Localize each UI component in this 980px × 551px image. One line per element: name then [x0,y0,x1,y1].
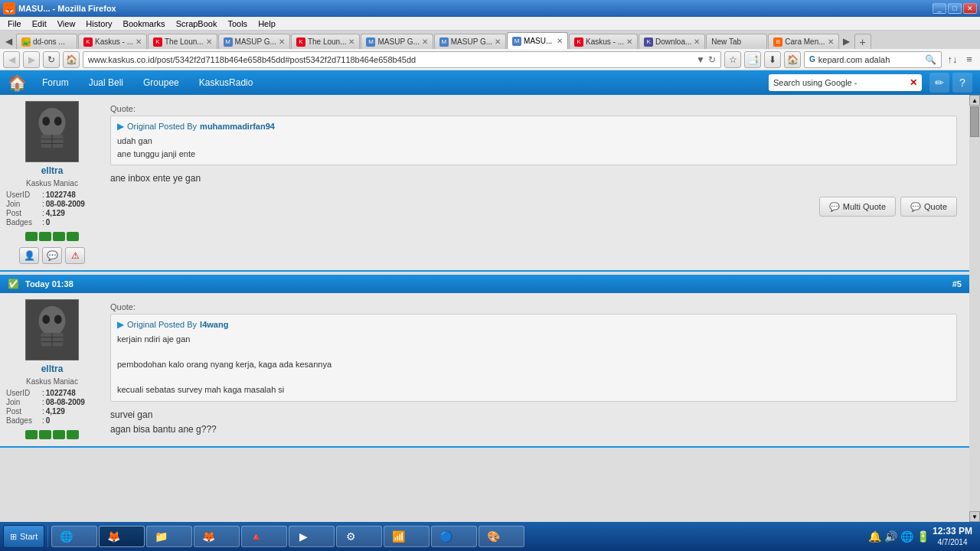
taskbar-app1[interactable]: ⚙ [336,526,382,547]
tab-masup2[interactable]: M MASUP G... ✕ [361,34,433,49]
username-1[interactable]: elltra [41,165,64,176]
tab-kaskus1[interactable]: K Kaskus - ... ✕ [78,34,147,49]
tab-close-cara[interactable]: ✕ [828,37,834,46]
reload-button[interactable]: ↻ [43,51,60,68]
tab-masup1[interactable]: M MASUP G... ✕ [218,34,290,49]
kaskus-nav-radio[interactable]: KaskusRadio [190,73,263,93]
system-clock[interactable]: 12:33 PM 4/7/2014 [933,526,972,548]
scroll-down-button[interactable]: ▼ [969,511,980,522]
kaskus-help-icon[interactable]: ? [952,73,972,93]
user-action-buttons-1: 👤 💬 ⚠ [19,247,85,264]
menu-history[interactable]: History [81,18,116,29]
user-action-warn[interactable]: ⚠ [65,247,85,264]
tab-scroll-right[interactable]: ▶ [840,34,854,49]
menu-edit[interactable]: Edit [28,18,51,29]
tab-close-kaskus1[interactable]: ✕ [136,37,142,46]
address-bar[interactable]: www.kaskus.co.id/post/5342f2d7118b464e65… [83,51,721,68]
tab-close-lounge1[interactable]: ✕ [206,37,212,46]
tray-icon-1[interactable]: 🔔 [868,530,881,543]
address-dropdown-icon[interactable]: ▼ [696,54,705,65]
taskbar-firefox2[interactable]: 🦊 [194,526,240,547]
bookmark-star[interactable]: ☆ [724,51,741,68]
taskbar-firefox[interactable]: 🦊 [99,526,145,547]
chrome-icon: 🌐 [58,529,74,544]
taskbar-explorer[interactable]: 📁 [146,526,192,547]
address-refresh-icon[interactable]: ↻ [708,54,716,65]
user-action-profile[interactable]: 👤 [19,247,39,264]
scroll-thumb[interactable] [970,106,979,137]
kaskus-nav-forum[interactable]: Forum [33,73,78,93]
multi-quote-button[interactable]: 💬 Multi Quote [819,197,896,217]
kaskus-edit-icon[interactable]: ✏ [929,73,949,93]
minimize-button[interactable]: _ [933,3,946,14]
post-content-2: Quote: ▶ Original Posted By l4wang kerja… [104,299,963,440]
kaskus-nav-jualbeli[interactable]: Jual Beli [80,73,132,93]
tab-cara[interactable]: B Cara Men... ✕ [768,34,838,49]
tab-close-kaskus2[interactable]: ✕ [626,37,632,46]
menu-tools[interactable]: Tools [223,18,252,29]
tab-scroll-left[interactable]: ◀ [2,34,15,49]
username-2[interactable]: elltra [41,364,64,374]
quote-button[interactable]: 💬 Quote [900,197,957,217]
back-button[interactable]: ◀ [3,51,20,68]
tab-close-masup1[interactable]: ✕ [279,37,285,46]
nav-icon-2[interactable]: ≡ [962,52,977,67]
tab-masup-active[interactable]: M MASU... ✕ [507,32,568,49]
post-line-2-1: survei gan [110,408,957,422]
quote-poster-2[interactable]: l4wang [200,320,228,329]
tab-close-masup3[interactable]: ✕ [495,37,501,46]
menu-scrapbook[interactable]: ScrapBook [172,18,222,29]
start-button[interactable]: ⊞ Start [3,525,44,548]
tab-favicon-cara: B [773,37,782,47]
user-action-message[interactable]: 💬 [42,247,62,264]
search-bar[interactable]: G kepard.com adalah 🔍 [804,51,942,68]
taskbar-chrome[interactable]: 🌐 [51,526,97,547]
tab-download[interactable]: K Downloa... ✕ [639,34,705,49]
quote-icon: 💬 [910,202,921,212]
tab-lounge2[interactable]: K The Loun... ✕ [291,34,361,49]
taskbar-3g[interactable]: 📶 [384,526,430,547]
scroll-up-button[interactable]: ▲ [969,95,980,106]
tab-lounge1[interactable]: K The Loun... ✕ [148,34,217,49]
new-tab-button[interactable]: + [854,34,871,49]
download-btn[interactable]: ⬇ [764,51,781,68]
tray-icon-battery[interactable]: 🔋 [916,530,929,543]
forward-button[interactable]: ▶ [23,51,40,68]
menu-file[interactable]: File [3,18,26,29]
kaskus-toolbar: 🏠 Forum Jual Beli Groupee KaskusRadio ✕ … [0,70,980,95]
quote-label-1: Quote: [110,104,957,113]
nav-home-icon[interactable]: 🏠 [784,51,801,68]
taskbar-paint[interactable]: 🎨 [479,526,524,547]
badge-2-2 [39,430,51,439]
close-button[interactable]: ✕ [963,3,977,14]
tab-masup3[interactable]: M MASUP G... ✕ [434,34,506,49]
taskbar-wmp[interactable]: ▶ [289,526,335,547]
quote-poster-1[interactable]: muhammadirfan94 [200,122,275,131]
kaskus-search-close-icon[interactable]: ✕ [910,77,917,88]
taskbar-vlc[interactable]: 🔺 [241,526,287,547]
kaskus-home-logo[interactable]: 🏠 [8,73,27,92]
tab-kaskus2[interactable]: K Kaskus - ... ✕ [569,34,638,49]
tray-icon-3[interactable]: 🌐 [900,530,913,543]
taskbar-ie[interactable]: 🔵 [431,526,477,547]
kaskus-search-bar[interactable]: ✕ [769,74,922,91]
bookmark-manage[interactable]: 📑 [744,51,761,68]
search-submit-icon[interactable]: 🔍 [925,54,936,65]
menu-help[interactable]: Help [253,18,280,29]
home-button[interactable]: 🏠 [63,51,80,68]
maximize-button[interactable]: □ [948,3,962,14]
post-num-2: #5 [952,279,962,289]
tray-icon-2[interactable]: 🔊 [884,530,897,543]
menu-view[interactable]: View [53,18,80,29]
tab-close-masup2[interactable]: ✕ [422,37,428,46]
user-info-badges: Badges : 0 [6,218,98,227]
kaskus-nav-groupee[interactable]: Groupee [134,73,188,93]
tab-close-lounge2[interactable]: ✕ [348,37,354,46]
tab-close-download[interactable]: ✕ [694,37,700,46]
tab-newtab[interactable]: New Tab [706,34,767,49]
kaskus-search-input[interactable] [773,78,906,87]
menu-bookmarks[interactable]: Bookmarks [119,18,170,29]
tab-close-masup-active[interactable]: ✕ [557,37,563,45]
tab-addons[interactable]: 🧩 dd-ons ... [16,34,77,49]
nav-icon-1[interactable]: ↑↓ [945,52,960,67]
